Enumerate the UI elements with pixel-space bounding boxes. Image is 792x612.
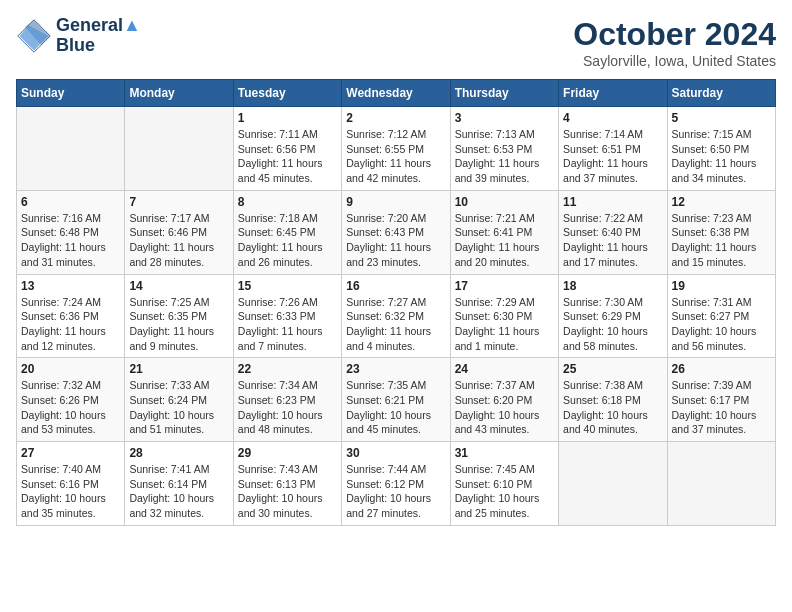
day-cell: 15Sunrise: 7:26 AM Sunset: 6:33 PM Dayli… — [233, 274, 341, 358]
day-cell: 2Sunrise: 7:12 AM Sunset: 6:55 PM Daylig… — [342, 107, 450, 191]
day-number: 8 — [238, 195, 337, 209]
day-number: 10 — [455, 195, 554, 209]
day-info: Sunrise: 7:12 AM Sunset: 6:55 PM Dayligh… — [346, 127, 445, 186]
day-number: 5 — [672, 111, 771, 125]
day-info: Sunrise: 7:16 AM Sunset: 6:48 PM Dayligh… — [21, 211, 120, 270]
day-number: 13 — [21, 279, 120, 293]
day-cell: 12Sunrise: 7:23 AM Sunset: 6:38 PM Dayli… — [667, 190, 775, 274]
day-number: 28 — [129, 446, 228, 460]
header-row: SundayMondayTuesdayWednesdayThursdayFrid… — [17, 80, 776, 107]
day-info: Sunrise: 7:25 AM Sunset: 6:35 PM Dayligh… — [129, 295, 228, 354]
day-number: 23 — [346, 362, 445, 376]
day-number: 20 — [21, 362, 120, 376]
day-number: 29 — [238, 446, 337, 460]
logo-text: General▲ Blue — [56, 16, 141, 56]
day-number: 16 — [346, 279, 445, 293]
day-cell: 10Sunrise: 7:21 AM Sunset: 6:41 PM Dayli… — [450, 190, 558, 274]
day-number: 11 — [563, 195, 662, 209]
day-cell: 16Sunrise: 7:27 AM Sunset: 6:32 PM Dayli… — [342, 274, 450, 358]
day-number: 21 — [129, 362, 228, 376]
day-cell: 30Sunrise: 7:44 AM Sunset: 6:12 PM Dayli… — [342, 442, 450, 526]
day-info: Sunrise: 7:35 AM Sunset: 6:21 PM Dayligh… — [346, 378, 445, 437]
day-number: 6 — [21, 195, 120, 209]
day-number: 15 — [238, 279, 337, 293]
location: Saylorville, Iowa, United States — [573, 53, 776, 69]
day-number: 22 — [238, 362, 337, 376]
day-cell: 4Sunrise: 7:14 AM Sunset: 6:51 PM Daylig… — [559, 107, 667, 191]
day-number: 17 — [455, 279, 554, 293]
day-number: 25 — [563, 362, 662, 376]
week-row-3: 13Sunrise: 7:24 AM Sunset: 6:36 PM Dayli… — [17, 274, 776, 358]
day-info: Sunrise: 7:39 AM Sunset: 6:17 PM Dayligh… — [672, 378, 771, 437]
day-info: Sunrise: 7:31 AM Sunset: 6:27 PM Dayligh… — [672, 295, 771, 354]
day-info: Sunrise: 7:26 AM Sunset: 6:33 PM Dayligh… — [238, 295, 337, 354]
day-number: 24 — [455, 362, 554, 376]
day-cell: 14Sunrise: 7:25 AM Sunset: 6:35 PM Dayli… — [125, 274, 233, 358]
week-row-2: 6Sunrise: 7:16 AM Sunset: 6:48 PM Daylig… — [17, 190, 776, 274]
day-number: 9 — [346, 195, 445, 209]
logo-icon — [16, 18, 52, 54]
day-info: Sunrise: 7:17 AM Sunset: 6:46 PM Dayligh… — [129, 211, 228, 270]
day-info: Sunrise: 7:24 AM Sunset: 6:36 PM Dayligh… — [21, 295, 120, 354]
day-cell: 26Sunrise: 7:39 AM Sunset: 6:17 PM Dayli… — [667, 358, 775, 442]
header-cell-sunday: Sunday — [17, 80, 125, 107]
day-cell: 20Sunrise: 7:32 AM Sunset: 6:26 PM Dayli… — [17, 358, 125, 442]
day-info: Sunrise: 7:29 AM Sunset: 6:30 PM Dayligh… — [455, 295, 554, 354]
day-info: Sunrise: 7:11 AM Sunset: 6:56 PM Dayligh… — [238, 127, 337, 186]
header-cell-saturday: Saturday — [667, 80, 775, 107]
day-cell: 7Sunrise: 7:17 AM Sunset: 6:46 PM Daylig… — [125, 190, 233, 274]
day-cell — [17, 107, 125, 191]
day-info: Sunrise: 7:20 AM Sunset: 6:43 PM Dayligh… — [346, 211, 445, 270]
day-info: Sunrise: 7:14 AM Sunset: 6:51 PM Dayligh… — [563, 127, 662, 186]
day-info: Sunrise: 7:30 AM Sunset: 6:29 PM Dayligh… — [563, 295, 662, 354]
day-cell — [559, 442, 667, 526]
day-info: Sunrise: 7:41 AM Sunset: 6:14 PM Dayligh… — [129, 462, 228, 521]
title-block: October 2024 Saylorville, Iowa, United S… — [573, 16, 776, 69]
day-cell: 27Sunrise: 7:40 AM Sunset: 6:16 PM Dayli… — [17, 442, 125, 526]
day-cell: 5Sunrise: 7:15 AM Sunset: 6:50 PM Daylig… — [667, 107, 775, 191]
day-number: 3 — [455, 111, 554, 125]
day-number: 27 — [21, 446, 120, 460]
day-cell: 9Sunrise: 7:20 AM Sunset: 6:43 PM Daylig… — [342, 190, 450, 274]
day-cell: 28Sunrise: 7:41 AM Sunset: 6:14 PM Dayli… — [125, 442, 233, 526]
header-cell-wednesday: Wednesday — [342, 80, 450, 107]
day-cell: 29Sunrise: 7:43 AM Sunset: 6:13 PM Dayli… — [233, 442, 341, 526]
day-info: Sunrise: 7:18 AM Sunset: 6:45 PM Dayligh… — [238, 211, 337, 270]
day-info: Sunrise: 7:23 AM Sunset: 6:38 PM Dayligh… — [672, 211, 771, 270]
day-number: 1 — [238, 111, 337, 125]
day-cell — [667, 442, 775, 526]
day-info: Sunrise: 7:22 AM Sunset: 6:40 PM Dayligh… — [563, 211, 662, 270]
day-info: Sunrise: 7:27 AM Sunset: 6:32 PM Dayligh… — [346, 295, 445, 354]
calendar-table: SundayMondayTuesdayWednesdayThursdayFrid… — [16, 79, 776, 526]
calendar-header: SundayMondayTuesdayWednesdayThursdayFrid… — [17, 80, 776, 107]
svg-marker-2 — [20, 25, 49, 50]
day-info: Sunrise: 7:13 AM Sunset: 6:53 PM Dayligh… — [455, 127, 554, 186]
day-cell: 8Sunrise: 7:18 AM Sunset: 6:45 PM Daylig… — [233, 190, 341, 274]
day-info: Sunrise: 7:44 AM Sunset: 6:12 PM Dayligh… — [346, 462, 445, 521]
day-info: Sunrise: 7:34 AM Sunset: 6:23 PM Dayligh… — [238, 378, 337, 437]
day-cell: 31Sunrise: 7:45 AM Sunset: 6:10 PM Dayli… — [450, 442, 558, 526]
day-number: 26 — [672, 362, 771, 376]
day-info: Sunrise: 7:37 AM Sunset: 6:20 PM Dayligh… — [455, 378, 554, 437]
day-cell: 11Sunrise: 7:22 AM Sunset: 6:40 PM Dayli… — [559, 190, 667, 274]
day-number: 2 — [346, 111, 445, 125]
day-number: 30 — [346, 446, 445, 460]
page-header: General▲ Blue October 2024 Saylorville, … — [16, 16, 776, 69]
day-info: Sunrise: 7:45 AM Sunset: 6:10 PM Dayligh… — [455, 462, 554, 521]
day-cell: 18Sunrise: 7:30 AM Sunset: 6:29 PM Dayli… — [559, 274, 667, 358]
day-cell: 21Sunrise: 7:33 AM Sunset: 6:24 PM Dayli… — [125, 358, 233, 442]
header-cell-friday: Friday — [559, 80, 667, 107]
header-cell-monday: Monday — [125, 80, 233, 107]
day-cell: 25Sunrise: 7:38 AM Sunset: 6:18 PM Dayli… — [559, 358, 667, 442]
day-cell: 13Sunrise: 7:24 AM Sunset: 6:36 PM Dayli… — [17, 274, 125, 358]
day-number: 7 — [129, 195, 228, 209]
logo: General▲ Blue — [16, 16, 141, 56]
day-cell: 3Sunrise: 7:13 AM Sunset: 6:53 PM Daylig… — [450, 107, 558, 191]
month-title: October 2024 — [573, 16, 776, 53]
day-number: 14 — [129, 279, 228, 293]
week-row-5: 27Sunrise: 7:40 AM Sunset: 6:16 PM Dayli… — [17, 442, 776, 526]
day-info: Sunrise: 7:43 AM Sunset: 6:13 PM Dayligh… — [238, 462, 337, 521]
day-info: Sunrise: 7:21 AM Sunset: 6:41 PM Dayligh… — [455, 211, 554, 270]
day-number: 31 — [455, 446, 554, 460]
day-cell: 17Sunrise: 7:29 AM Sunset: 6:30 PM Dayli… — [450, 274, 558, 358]
